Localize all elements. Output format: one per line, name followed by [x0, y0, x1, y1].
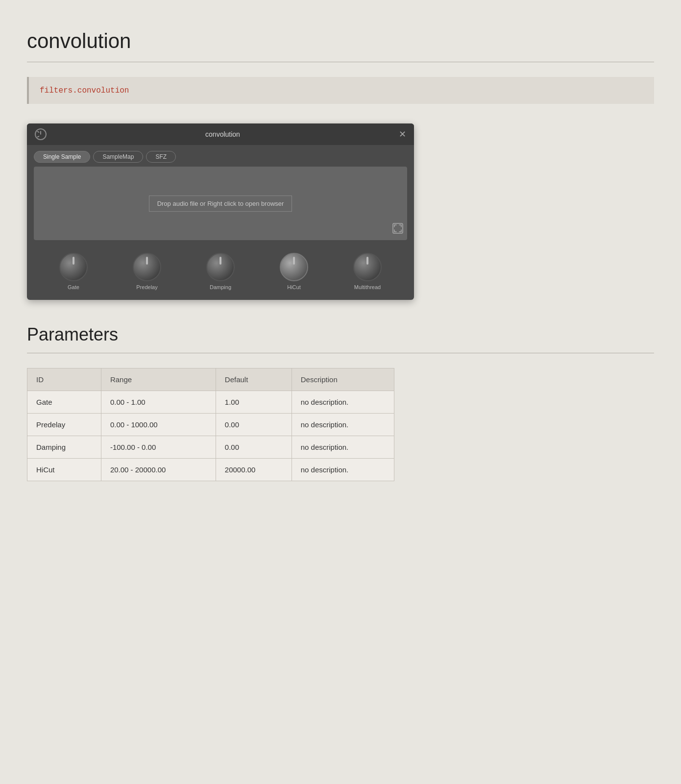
hicut-knob[interactable] — [280, 253, 308, 281]
code-text: filters.convolution — [40, 86, 129, 95]
page-container: convolution filters.convolution convolut… — [0, 0, 681, 511]
cell-id-3: HiCut — [27, 459, 101, 481]
cell-range-0: 0.00 - 1.00 — [101, 391, 216, 414]
parameters-title: Parameters — [27, 324, 654, 345]
table-row: Predelay0.00 - 1000.000.00no description… — [27, 414, 394, 436]
plugin-ui: convolution ✕ Single Sample SampleMap SF… — [27, 123, 414, 300]
table-row: HiCut20.00 - 20000.0020000.00no descript… — [27, 459, 394, 481]
knob-hicut: HiCut — [280, 253, 308, 290]
table-header-row: ID Range Default Description — [27, 368, 394, 391]
parameters-table: ID Range Default Description Gate0.00 - … — [27, 368, 394, 481]
plugin-wrapper: convolution ✕ Single Sample SampleMap SF… — [27, 123, 654, 300]
code-block: filters.convolution — [27, 77, 654, 104]
cell-description-2: no description. — [292, 436, 394, 459]
col-header-default: Default — [216, 368, 292, 391]
gate-knob[interactable] — [59, 253, 88, 281]
gate-label: Gate — [68, 284, 79, 290]
predelay-label: Predelay — [136, 284, 157, 290]
multithread-label: Multithread — [354, 284, 381, 290]
knob-damping: Damping — [206, 253, 235, 290]
damping-knob[interactable] — [206, 253, 235, 281]
cell-id-0: Gate — [27, 391, 101, 414]
plugin-header: convolution ✕ — [27, 123, 414, 145]
tab-single-sample[interactable]: Single Sample — [34, 151, 90, 163]
tab-samplemap[interactable]: SampleMap — [93, 151, 143, 163]
table-row: Gate0.00 - 1.001.00no description. — [27, 391, 394, 414]
expand-icon[interactable] — [392, 223, 403, 236]
col-header-description: Description — [292, 368, 394, 391]
cell-default-2: 0.00 — [216, 436, 292, 459]
multithread-knob[interactable] — [353, 253, 382, 281]
plugin-knobs: Gate Predelay Damping HiCut Multithread — [27, 245, 414, 300]
close-button[interactable]: ✕ — [399, 130, 406, 139]
cell-default-1: 0.00 — [216, 414, 292, 436]
parameters-section: Parameters ID Range Default Description … — [27, 324, 654, 481]
cell-description-3: no description. — [292, 459, 394, 481]
cell-description-0: no description. — [292, 391, 394, 414]
drop-area[interactable]: Drop audio file or Right click to open b… — [34, 167, 407, 240]
title-divider — [27, 62, 654, 62]
drop-label: Drop audio file or Right click to open b… — [149, 196, 292, 212]
knob-gate: Gate — [59, 253, 88, 290]
cell-id-2: Damping — [27, 436, 101, 459]
cell-range-3: 20.00 - 20000.00 — [101, 459, 216, 481]
cell-default-0: 1.00 — [216, 391, 292, 414]
cell-default-3: 20000.00 — [216, 459, 292, 481]
plugin-tabs: Single Sample SampleMap SFZ — [27, 145, 414, 167]
page-title: convolution — [27, 29, 654, 53]
parameters-divider — [27, 353, 654, 353]
hicut-label: HiCut — [287, 284, 301, 290]
knob-predelay: Predelay — [133, 253, 161, 290]
power-button[interactable] — [35, 128, 47, 140]
predelay-knob[interactable] — [133, 253, 161, 281]
col-header-range: Range — [101, 368, 216, 391]
knob-multithread: Multithread — [353, 253, 382, 290]
damping-label: Damping — [210, 284, 231, 290]
tab-sfz[interactable]: SFZ — [146, 151, 176, 163]
col-header-id: ID — [27, 368, 101, 391]
cell-description-1: no description. — [292, 414, 394, 436]
table-row: Damping-100.00 - 0.000.00no description. — [27, 436, 394, 459]
cell-range-1: 0.00 - 1000.00 — [101, 414, 216, 436]
plugin-title: convolution — [205, 130, 240, 138]
cell-id-1: Predelay — [27, 414, 101, 436]
cell-range-2: -100.00 - 0.00 — [101, 436, 216, 459]
